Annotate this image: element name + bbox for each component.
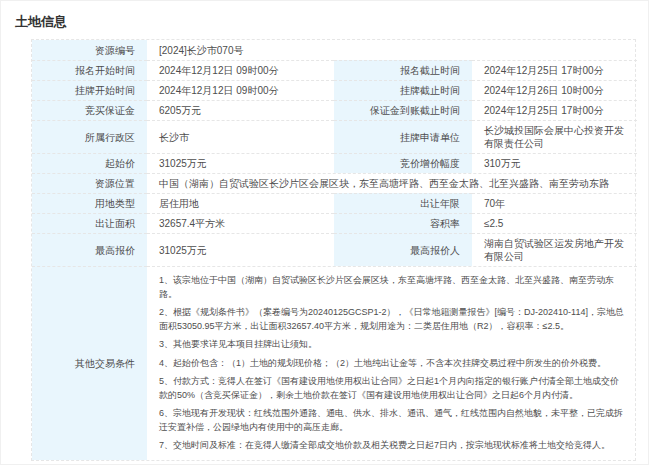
resource-id-value: [2024]长沙市070号 bbox=[147, 40, 637, 60]
bid-deposit-label: 竞买保证金 bbox=[32, 100, 147, 120]
land-use-value: 居住用地 bbox=[147, 193, 334, 213]
area-label: 出让面积 bbox=[32, 213, 147, 233]
tenure-label: 出让年限 bbox=[334, 193, 472, 213]
other-conditions-label: 其他交易条件 bbox=[32, 266, 147, 460]
start-price-label: 起始价 bbox=[32, 153, 147, 173]
start-price-value: 31025万元 bbox=[147, 153, 334, 173]
highest-bidder-label: 最高报价人 bbox=[334, 233, 472, 266]
signup-end-label: 报名截止时间 bbox=[334, 60, 472, 80]
condition-item-2: 2、根据《规划条件书》（案卷编号为20240125GCSP1-2），《日常地籍测… bbox=[159, 306, 625, 333]
area-value: 32657.4平方米 bbox=[147, 213, 334, 233]
land-info-page: 土地信息 资源编号 [2024]长沙市070号 报名开始时间 2024年12月1… bbox=[0, 0, 649, 465]
bid-increment-value: 310万元 bbox=[472, 153, 637, 173]
applicant-value: 长沙城投国际会展中心投资开发有限责任公司 bbox=[472, 120, 637, 153]
other-conditions-list: 1、该宗地位于中国（湖南）自贸试验区长沙片区会展区块，东至高塘坪路、西至金太路、… bbox=[147, 266, 637, 460]
deposit-deadline-value: 2024年12月25日 17时00分 bbox=[472, 100, 637, 120]
condition-item-1: 1、该宗地位于中国（湖南）自贸试验区长沙片区会展区块，东至高塘坪路、西至金太路、… bbox=[159, 274, 625, 301]
plot-ratio-value: ≤2.5 bbox=[472, 213, 637, 233]
location-value: 中国（湖南）自贸试验区长沙片区会展区块，东至高塘坪路、西至金太路、北至兴盛路、南… bbox=[147, 173, 637, 193]
resource-id-label: 资源编号 bbox=[32, 40, 147, 60]
signup-end-value: 2024年12月25日 17时00分 bbox=[472, 60, 637, 80]
condition-item-5: 5、付款方式：竞得人在签订《国有建设用地使用权出让合同》之日起1个月内向指定的银… bbox=[159, 375, 625, 402]
land-info-table: 资源编号 [2024]长沙市070号 报名开始时间 2024年12月12日 09… bbox=[31, 39, 636, 461]
district-value: 长沙市 bbox=[147, 120, 334, 153]
condition-item-4: 4、起始价包含：（1）土地的规划现价格；（2）土地纯出让金等，不含本次挂牌交易过… bbox=[159, 357, 625, 371]
condition-item-3: 3、其他要求详见本项目挂牌出让须知。 bbox=[159, 338, 625, 352]
condition-item-7: 7、交地时间及标准：在竞得人缴清全部成交地价款及相关税费之日起7日内，按宗地现状… bbox=[159, 439, 625, 453]
highest-bid-value: 31025万元 bbox=[147, 233, 334, 266]
deposit-deadline-label: 保证金到账截止时间 bbox=[334, 100, 472, 120]
signup-start-label: 报名开始时间 bbox=[32, 60, 147, 80]
district-label: 所属行政区 bbox=[32, 120, 147, 153]
location-label: 资源位置 bbox=[32, 173, 147, 193]
listing-end-value: 2024年12月26日 10时00分 bbox=[472, 80, 637, 100]
listing-end-label: 挂牌截止时间 bbox=[334, 80, 472, 100]
tenure-value: 70年 bbox=[472, 193, 637, 213]
plot-ratio-label: 容积率 bbox=[334, 213, 472, 233]
page-title: 土地信息 bbox=[1, 1, 648, 39]
highest-bid-label: 最高报价 bbox=[32, 233, 147, 266]
bid-increment-label: 竞价增价幅度 bbox=[334, 153, 472, 173]
applicant-label: 挂牌申请单位 bbox=[334, 120, 472, 153]
listing-start-label: 挂牌开始时间 bbox=[32, 80, 147, 100]
land-use-label: 用地类型 bbox=[32, 193, 147, 213]
signup-start-value: 2024年12月12日 09时00分 bbox=[147, 60, 334, 80]
condition-item-6: 6、宗地现有开发现状：红线范围外通路、通电、供水、排水、通讯、通气，红线范围内自… bbox=[159, 407, 625, 434]
bid-deposit-value: 6205万元 bbox=[147, 100, 334, 120]
listing-start-value: 2024年12月12日 09时00分 bbox=[147, 80, 334, 100]
highest-bidder-value: 湖南自贸试验区运发房地产开发有限公司 bbox=[472, 233, 637, 266]
